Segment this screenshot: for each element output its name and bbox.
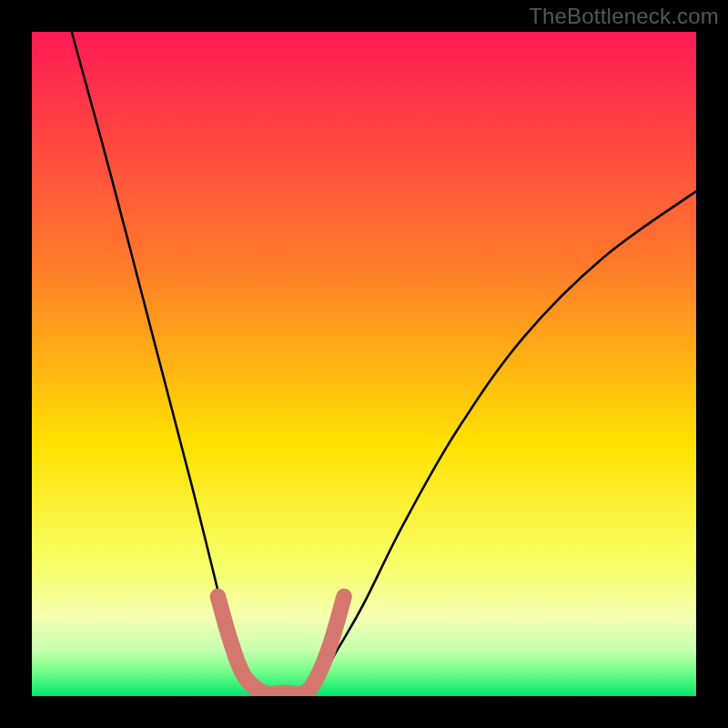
highlight-band [217,597,344,694]
chart-frame: TheBottleneck.com [0,0,728,728]
bottleneck-curve [72,32,696,696]
watermark-text: TheBottleneck.com [529,4,719,29]
curve-layer [32,32,696,696]
plot-area [32,32,696,696]
